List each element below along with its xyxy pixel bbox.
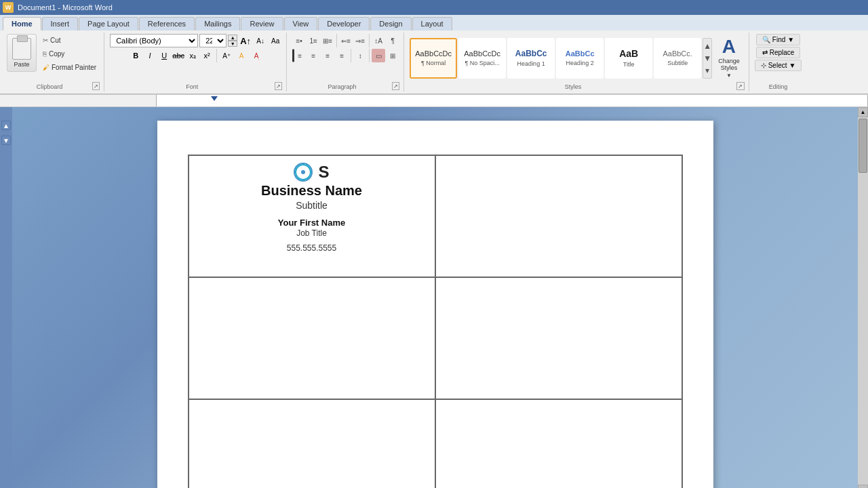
font-size-arrows: ▲ ▼ <box>228 35 237 47</box>
style-normal[interactable]: AaBbCcDc ¶ Normal <box>410 38 457 79</box>
clipboard-footer: Clipboard ↗ <box>7 82 100 90</box>
format-painter-button[interactable]: 🖌 Format Painter <box>39 61 100 73</box>
align-center-button[interactable]: ≡ <box>307 49 320 62</box>
business-card-5[interactable] <box>189 399 435 488</box>
styles-expand[interactable]: ↗ <box>736 82 745 90</box>
italic-button[interactable]: I <box>143 49 157 62</box>
styles-label: Styles <box>410 82 736 90</box>
ribbon: Home Insert Page Layout References Maili… <box>0 15 868 95</box>
style-heading1[interactable]: AaBbCc Heading 1 <box>507 38 555 79</box>
format-painter-icon: 🖌 <box>43 64 50 71</box>
left-sidebar: ▲ ▼ <box>0 107 12 488</box>
tab-view[interactable]: View <box>284 17 318 30</box>
replace-button[interactable]: ⇄ Replace <box>756 47 801 58</box>
bullets-button[interactable]: ≡• <box>292 34 306 47</box>
style-heading2-preview: AaBbCc <box>566 49 595 58</box>
borders-button[interactable]: ⊞ <box>386 49 399 62</box>
align-right-button[interactable]: ≡ <box>321 49 334 62</box>
para-row-1: ≡• 1≡ ⊞≡ ⇐≡ ⇒≡ ↕A ¶ <box>292 34 399 47</box>
clipboard-label: Clipboard <box>7 82 92 90</box>
tab-home[interactable]: Home <box>3 17 41 30</box>
change-styles-arrow: ▼ <box>726 73 732 79</box>
style-heading2-label: Heading 2 <box>566 60 594 66</box>
font-label: Font <box>110 82 274 90</box>
style-title[interactable]: AaB Title <box>605 38 652 79</box>
style-subtitle[interactable]: AaBbCc. Subtitle <box>654 38 701 79</box>
font-size-decrease[interactable]: ▼ <box>228 41 237 47</box>
font-selector[interactable]: Calibri (Body) <box>110 34 198 47</box>
styles-scroll[interactable]: ▲ ▼ ▾ <box>703 38 712 79</box>
sidebar-nav-arrow-1[interactable]: ▲ <box>1 121 11 130</box>
clear-format-button[interactable]: Aa <box>269 34 282 47</box>
select-arrow: ▼ <box>789 62 795 69</box>
business-card-6[interactable]: shmoggo.com <box>435 399 682 488</box>
underline-button[interactable]: U <box>157 49 171 62</box>
strikethrough-button[interactable]: abc <box>172 49 185 62</box>
editing-label: Editing <box>755 82 802 90</box>
scroll-thumb[interactable] <box>859 119 867 173</box>
bold-button[interactable]: B <box>129 49 142 62</box>
subscript-button[interactable]: x₂ <box>186 49 199 62</box>
copy-button[interactable]: ⎘ Copy <box>39 47 100 60</box>
card-subtitle-text: Subtitle <box>296 200 328 211</box>
font-expand[interactable]: ↗ <box>275 82 283 90</box>
tab-design[interactable]: Design <box>370 17 411 30</box>
style-heading2[interactable]: AaBbCc Heading 2 <box>556 38 604 79</box>
business-card-1[interactable]: S Business Name Subtitle Your First Name… <box>189 155 435 277</box>
business-card-2[interactable] <box>435 155 682 277</box>
paste-icon <box>12 38 31 60</box>
paste-label: Paste <box>14 61 29 68</box>
text-effects-button[interactable]: A⁺ <box>220 49 233 62</box>
tab-mailings[interactable]: Mailings <box>195 17 240 30</box>
align-left-button[interactable]: ≡ <box>292 49 306 62</box>
document-page[interactable]: S Business Name Subtitle Your First Name… <box>157 121 713 488</box>
cut-button[interactable]: ✂ Cut <box>39 34 100 46</box>
superscript-button[interactable]: x² <box>200 49 214 62</box>
document-canvas[interactable]: S Business Name Subtitle Your First Name… <box>12 107 858 488</box>
grow-font-button[interactable]: A↑ <box>239 34 252 47</box>
card-business-name: Business Name <box>261 183 362 199</box>
shrink-font-button[interactable]: A↓ <box>254 34 267 47</box>
tab-references[interactable]: References <box>139 17 195 30</box>
style-no-spacing[interactable]: AaBbCcDc ¶ No Spaci... <box>458 38 506 79</box>
tab-bar: Home Insert Page Layout References Maili… <box>0 15 868 30</box>
para-footer: Paragraph ↗ <box>292 82 399 90</box>
tab-review[interactable]: Review <box>241 17 283 30</box>
sidebar-nav-arrow-2[interactable]: ▼ <box>1 136 11 145</box>
scroll-up-button[interactable]: ▲ <box>858 107 868 117</box>
sort-button[interactable]: ↕A <box>372 34 385 47</box>
styles-footer: Styles ↗ <box>410 82 745 90</box>
ruler-tab-stop[interactable] <box>211 96 218 101</box>
font-size-selector[interactable]: 22 <box>199 34 226 47</box>
shading-button[interactable]: ▭ <box>372 49 385 62</box>
paste-button[interactable]: Paste <box>7 34 37 72</box>
style-heading1-label: Heading 1 <box>517 60 545 67</box>
select-button[interactable]: ⊹ Select ▼ <box>755 60 802 71</box>
line-spacing-button[interactable]: ↕ <box>353 49 367 62</box>
style-heading1-preview: AaBbCc <box>515 49 547 58</box>
font-color-button[interactable]: A <box>250 49 263 62</box>
find-button[interactable]: 🔍 Find ▼ <box>756 34 800 45</box>
tab-insert[interactable]: Insert <box>42 17 79 30</box>
tab-developer[interactable]: Developer <box>318 17 370 30</box>
card-logo-circle <box>294 163 313 182</box>
justify-button[interactable]: ≡ <box>335 49 349 62</box>
increase-indent-button[interactable]: ⇒≡ <box>353 34 367 47</box>
numbering-button[interactable]: 1≡ <box>307 34 320 47</box>
style-no-spacing-preview: AaBbCcDc <box>464 49 500 58</box>
para-expand[interactable]: ↗ <box>392 82 399 90</box>
style-title-label: Title <box>623 61 635 68</box>
show-para-button[interactable]: ¶ <box>386 34 399 47</box>
card-job-title: Job Title <box>296 228 327 238</box>
font-size-increase[interactable]: ▲ <box>228 35 237 41</box>
text-highlight-button[interactable]: A <box>235 49 248 62</box>
tab-page-layout[interactable]: Page Layout <box>79 17 138 30</box>
business-card-4[interactable] <box>435 277 682 399</box>
change-styles-button[interactable]: A ChangeStyles ▼ <box>713 34 745 82</box>
clipboard-expand[interactable]: ↗ <box>92 82 100 90</box>
multilevel-button[interactable]: ⊞≡ <box>321 34 334 47</box>
decrease-indent-button[interactable]: ⇐≡ <box>339 34 353 47</box>
business-card-3[interactable] <box>189 277 435 399</box>
scroll-down-button[interactable]: ▼ <box>858 485 868 488</box>
tab-layout[interactable]: Layout <box>412 17 452 30</box>
